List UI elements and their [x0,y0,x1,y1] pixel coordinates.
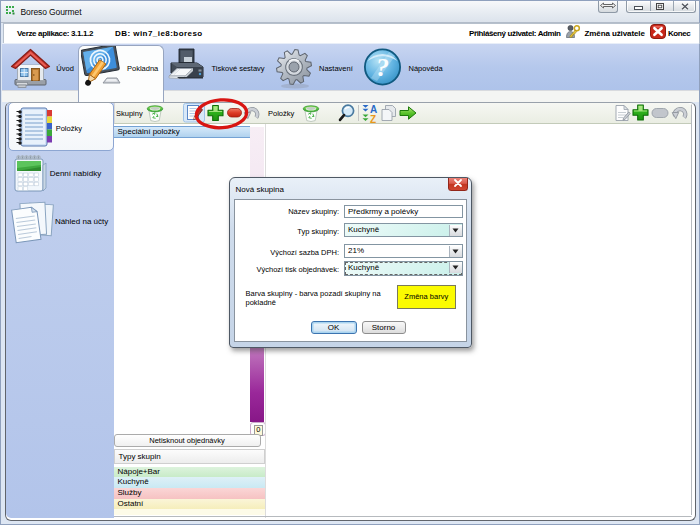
svg-text:Z: Z [370,114,376,124]
svg-text:?: ? [376,53,389,82]
